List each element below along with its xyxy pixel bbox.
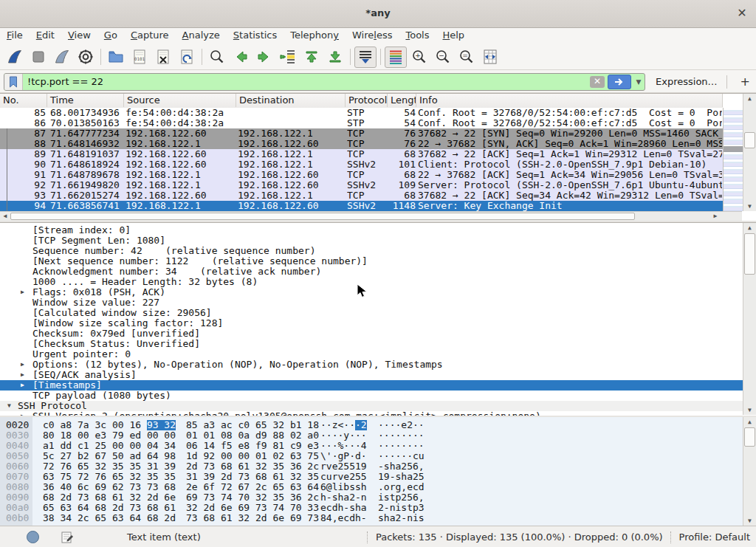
close-file-icon[interactable]: [152, 47, 174, 68]
details-vertical-scrollbar[interactable]: ▲ ▼: [743, 223, 756, 415]
hex-row-0030[interactable]: 003080 18 00 e3 79 ed 00 0001 01 08 0a d…: [0, 430, 743, 441]
scroll-right-arrow-icon[interactable]: ▶: [710, 212, 721, 221]
scrollbar-thumb[interactable]: [10, 213, 635, 220]
go-last-icon[interactable]: [324, 47, 346, 68]
column-header-destination[interactable]: Destination: [236, 94, 346, 107]
detail-row[interactable]: [Next sequence number: 1122 (relative se…: [0, 256, 743, 266]
scroll-up-arrow-icon[interactable]: ▲: [743, 223, 756, 233]
scrollbar-thumb[interactable]: [744, 132, 755, 148]
display-filter-input[interactable]: !tcp.port == 22 ✕ ▼: [4, 73, 645, 91]
scrollbar-thumb[interactable]: [744, 233, 755, 275]
column-header-time[interactable]: Time: [47, 94, 124, 107]
zoom-in-icon[interactable]: +: [408, 47, 430, 68]
packet-row-93[interactable]: 9371.662015274192.168.122.60192.168.122.…: [0, 190, 723, 201]
expander-closed-icon[interactable]: ▶: [21, 359, 24, 370]
profile-status[interactable]: Profile: Default: [679, 531, 750, 543]
open-file-folder-icon[interactable]: [105, 47, 127, 68]
add-filter-button[interactable]: +: [735, 75, 756, 89]
menu-item-edit[interactable]: Edit: [30, 28, 61, 42]
expander-closed-icon[interactable]: ▶: [21, 370, 24, 380]
restart-capture-icon[interactable]: [51, 47, 73, 68]
detail-row[interactable]: ▶Flags: 0x018 (PSH, ACK): [0, 287, 743, 297]
filter-bookmark-icon[interactable]: [4, 74, 23, 90]
packet-list-horizontal-scrollbar[interactable]: ◀ ▶: [0, 211, 742, 221]
hex-row-0040[interactable]: 0040a1 dd c1 25 00 00 04 3406 14 f5 e8 f…: [0, 441, 743, 451]
stop-capture-icon[interactable]: [27, 47, 49, 68]
go-forward-icon[interactable]: [253, 47, 275, 68]
filter-dropdown-caret-icon[interactable]: ▼: [633, 75, 645, 89]
menu-item-help[interactable]: Help: [436, 28, 471, 42]
reload-file-icon[interactable]: [176, 47, 198, 68]
zoom-original-icon[interactable]: =: [456, 47, 478, 68]
expander-open-icon[interactable]: ▼: [7, 401, 11, 411]
expander-closed-icon[interactable]: ▶: [21, 380, 24, 391]
packet-row-87[interactable]: 8771.647777234192.168.122.60192.168.122.…: [0, 128, 723, 139]
detail-row[interactable]: Window size value: 227: [0, 297, 743, 308]
hex-row-0050[interactable]: 00505c 27 b2 67 50 ad 64 981d 92 00 00 0…: [0, 451, 743, 461]
filter-text[interactable]: !tcp.port == 22: [23, 76, 590, 87]
hex-row-0090[interactable]: 009068 2d 73 68 61 32 2d 6e69 73 74 70 3…: [0, 492, 743, 503]
column-header-source[interactable]: Source: [124, 94, 236, 107]
detail-row[interactable]: 1000 .... = Header Length: 32 bytes (8): [0, 277, 743, 287]
find-packet-icon[interactable]: [206, 47, 228, 68]
go-first-icon[interactable]: [300, 47, 323, 68]
start-capture-fin-icon[interactable]: [4, 47, 26, 68]
packet-row-85[interactable]: 8568.001734936fe:54:00:d4:38:2aSTP54Conf…: [0, 108, 723, 118]
detail-row[interactable]: [Checksum Status: Unverified]: [0, 339, 743, 349]
menu-item-statistics[interactable]: Statistics: [227, 28, 284, 42]
scroll-down-arrow-icon[interactable]: ▼: [743, 516, 756, 526]
scroll-left-arrow-icon[interactable]: ◀: [0, 212, 10, 221]
expert-info-icon[interactable]: [27, 531, 39, 543]
menu-item-tools[interactable]: Tools: [399, 28, 436, 42]
packet-row-91[interactable]: 9171.648789678192.168.122.1192.168.122.6…: [0, 170, 723, 180]
menu-item-go[interactable]: Go: [97, 28, 124, 42]
hex-row-00a0[interactable]: 00a065 63 64 68 2d 73 68 6132 2d 6e 69 7…: [0, 503, 743, 513]
column-header-info[interactable]: Info: [416, 94, 723, 107]
scrollbar-thumb[interactable]: [744, 427, 755, 447]
colorize-icon[interactable]: [385, 47, 407, 68]
hex-row-0070[interactable]: 007063 75 72 76 65 32 35 3531 39 2d 73 6…: [0, 472, 743, 482]
detail-row[interactable]: Checksum: 0x79ed [unverified]: [0, 328, 743, 339]
menu-item-telephony[interactable]: Telephony: [284, 28, 346, 42]
packet-row-94[interactable]: 9471.663856741192.168.122.1192.168.122.6…: [0, 201, 723, 211]
go-to-packet-icon[interactable]: [277, 47, 299, 68]
hex-row-00b0[interactable]: 00b038 34 2c 65 63 64 68 2d73 68 61 32 2…: [0, 513, 743, 523]
packet-row-88[interactable]: 8871.648146932192.168.122.1192.168.122.6…: [0, 139, 723, 149]
detail-row[interactable]: TCP payload (1080 bytes): [0, 391, 743, 401]
intelligent-scrollbar-minimap[interactable]: [723, 108, 743, 211]
hex-row-0060[interactable]: 006072 76 65 32 35 35 31 392d 73 68 61 3…: [0, 461, 743, 472]
scroll-down-arrow-icon[interactable]: ▼: [743, 202, 756, 211]
expander-closed-icon[interactable]: ▶: [21, 287, 24, 297]
hex-row-0080[interactable]: 008036 40 6c 69 62 73 73 682e 6f 72 67 2…: [0, 482, 743, 492]
scroll-up-arrow-icon[interactable]: ▲: [743, 417, 756, 427]
packet-row-90[interactable]: 9071.648618924192.168.122.60192.168.122.…: [0, 159, 723, 170]
detail-row[interactable]: ▼SSH Protocol: [0, 401, 743, 411]
expression-button[interactable]: Expression…: [656, 76, 718, 87]
capture-options-gear-icon[interactable]: [75, 47, 97, 68]
menu-item-capture[interactable]: Capture: [124, 28, 176, 42]
resize-columns-icon[interactable]: [479, 47, 501, 68]
column-header-protocol[interactable]: Protocol: [346, 94, 388, 107]
packet-row-86[interactable]: 8670.013850163fe:54:00:d4:38:2aSTP54Conf…: [0, 118, 723, 128]
menu-item-analyze[interactable]: Analyze: [176, 28, 227, 42]
hex-row-0020[interactable]: 0020c0 a8 7a 3c 00 16 93 3285 a3 ac c0 6…: [0, 420, 743, 430]
detail-row[interactable]: [Calculated window size: 29056]: [0, 308, 743, 318]
detail-row[interactable]: [TCP Segment Len: 1080]: [0, 235, 743, 246]
go-back-icon[interactable]: [230, 47, 252, 68]
filter-clear-icon[interactable]: ✕: [590, 76, 605, 88]
detail-row[interactable]: ▶[Timestamps]: [0, 380, 743, 391]
auto-scroll-icon[interactable]: [354, 47, 377, 68]
close-icon[interactable]: ✕: [734, 5, 750, 21]
menu-item-wireless[interactable]: Wireless: [346, 28, 399, 42]
packet-row-92[interactable]: 9271.661949820192.168.122.1192.168.122.6…: [0, 180, 723, 190]
detail-row[interactable]: Acknowledgment number: 34 (relative ack …: [0, 266, 743, 277]
menu-item-view[interactable]: View: [61, 28, 97, 42]
detail-row[interactable]: Sequence number: 42 (relative sequence n…: [0, 246, 743, 256]
detail-row[interactable]: [Stream index: 0]: [0, 225, 743, 235]
filter-apply-button[interactable]: [608, 75, 631, 89]
detail-row[interactable]: ▶Options: (12 bytes), No-Operation (NOP)…: [0, 359, 743, 370]
detail-row[interactable]: [Window size scaling factor: 128]: [0, 318, 743, 328]
packet-list-vertical-scrollbar[interactable]: ▲ ▼: [743, 94, 756, 211]
save-file-icon[interactable]: 0101: [128, 47, 151, 68]
scroll-up-arrow-icon[interactable]: ▲: [743, 94, 756, 103]
